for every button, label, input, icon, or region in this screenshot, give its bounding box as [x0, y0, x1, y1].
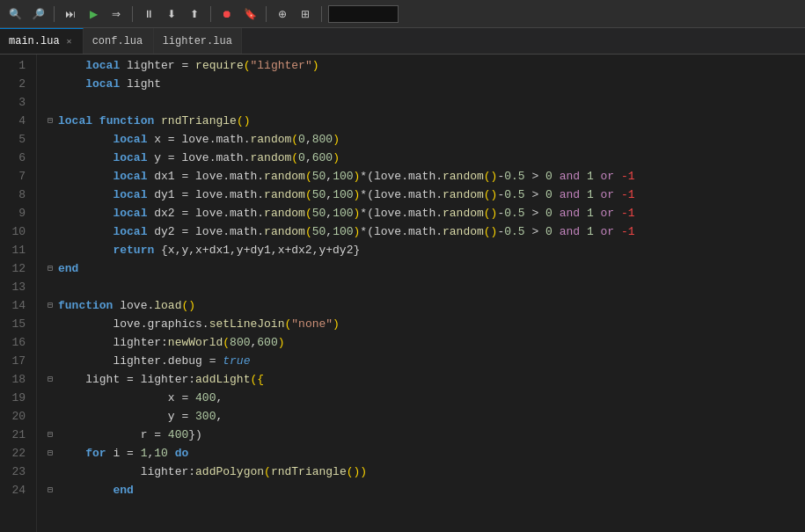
token-1-3 [188, 56, 195, 75]
tool1-btn[interactable]: ⊕ [273, 4, 292, 24]
token-8-8: 100 [333, 186, 353, 204]
fold-icon-13 [44, 281, 56, 294]
sep3 [210, 6, 211, 22]
token-20-3: 300 [195, 407, 216, 426]
token-22-2: = [127, 444, 134, 463]
line-number-17: 17 [7, 352, 26, 370]
token-2-1: light [120, 75, 161, 93]
token-17-3: true [223, 352, 250, 370]
tab-main-lua[interactable]: main.lua ✕ [0, 28, 84, 54]
token-5-1: x [147, 130, 167, 149]
token-15-3: "none" [291, 315, 333, 333]
line-number-6: 6 [7, 149, 26, 167]
token-22-1: i [106, 444, 127, 463]
indent-8 [58, 186, 113, 204]
token-5-2: = [168, 130, 175, 149]
token-9-11: love.math. [374, 204, 443, 222]
token-9-20 [553, 204, 560, 222]
sep4 [266, 6, 267, 22]
step-over-btn[interactable]: ⇒ [106, 4, 126, 24]
token-16-3: 800 [230, 333, 250, 352]
code-line-23: lighter:addPolygon(rndTriangle()) [44, 463, 805, 481]
fold-icon-21[interactable]: ⊟ [44, 429, 56, 441]
fold-icon-14[interactable]: ⊟ [44, 300, 56, 312]
play-btn[interactable]: ▶ [84, 4, 103, 24]
token-10-20 [553, 222, 560, 241]
tool2-btn[interactable]: ⊞ [296, 4, 315, 24]
token-10-6: 50 [312, 222, 326, 241]
line-number-9: 9 [7, 204, 26, 222]
token-23-0: lighter: [141, 463, 195, 481]
token-9-6: 50 [312, 204, 326, 222]
run-all-btn[interactable]: ⏭ [61, 4, 80, 24]
code-line-19: x = 400, [44, 389, 805, 407]
code-line-21: ⊟ r = 400}) [44, 426, 805, 444]
token-7-17: > [531, 167, 538, 186]
token-23-2: ( [264, 463, 271, 481]
token-5-4: random [250, 130, 291, 149]
token-9-4: random [264, 204, 305, 222]
token-18-4: ({ [250, 370, 264, 389]
code-line-16: lighter:newWorld(800,600) [44, 333, 805, 352]
fold-icon-4[interactable]: ⊟ [44, 115, 56, 128]
code-line-3 [44, 93, 805, 112]
line-numbers: 123456789101112131415161718192021222324 [0, 55, 37, 532]
token-8-22 [580, 186, 587, 204]
token-8-15: 0.5 [504, 186, 524, 204]
indent-18 [58, 370, 85, 389]
indent-2 [58, 75, 85, 93]
token-8-23: 1 [587, 186, 594, 204]
token-22-8: do [175, 444, 189, 463]
token-7-1: dx1 [147, 167, 181, 186]
search-btn[interactable]: 🔍 [5, 4, 25, 24]
token-10-23: 1 [587, 222, 594, 241]
code-line-1: local lighter = require("lighter") [44, 56, 805, 75]
token-4-5: () [237, 112, 251, 130]
token-16-6: ) [278, 333, 285, 352]
token-10-14: - [497, 222, 504, 241]
token-6-7: , [305, 149, 312, 167]
token-10-22 [580, 222, 587, 241]
fold-icon-18[interactable]: ⊟ [44, 374, 56, 386]
token-9-3: love.math. [188, 204, 264, 222]
token-16-5: 600 [257, 333, 277, 352]
step-into-btn[interactable]: ⬇ [162, 4, 181, 24]
tab-close-main[interactable]: ✕ [65, 35, 74, 47]
token-1-6: "lighter" [251, 56, 312, 75]
token-23-3: rndTriangle [271, 463, 347, 481]
tab-conf-lua[interactable]: conf.lua [84, 28, 154, 54]
pause-btn[interactable]: ⏸ [139, 4, 158, 24]
search2-btn[interactable]: 🔎 [28, 4, 48, 24]
token-9-17: > [531, 204, 538, 222]
step-out-btn[interactable]: ⬆ [185, 4, 204, 24]
sep2 [132, 6, 133, 22]
token-6-4: random [250, 149, 291, 167]
indent-16 [58, 333, 113, 352]
tab-lighter-lua[interactable]: lighter.lua [154, 28, 242, 54]
token-10-27: -1 [621, 222, 635, 241]
record-btn[interactable]: ⏺ [217, 4, 237, 24]
line-number-20: 20 [7, 407, 26, 426]
code-line-5: local x = love.math.random(0,800) [44, 130, 805, 149]
bookmark-btn[interactable]: 🔖 [240, 4, 260, 24]
token-8-21: and [560, 186, 580, 204]
tabs-bar: main.lua ✕ conf.lua lighter.lua [0, 28, 805, 55]
token-6-3: love.math. [175, 149, 251, 167]
token-9-22 [580, 204, 587, 222]
token-10-18 [538, 222, 545, 241]
token-9-16 [525, 204, 532, 222]
token-9-15: 0.5 [504, 204, 524, 222]
token-9-21: and [560, 204, 580, 222]
fold-icon-22[interactable]: ⊟ [44, 448, 56, 460]
token-8-1: dy1 [147, 186, 181, 204]
code-area[interactable]: local lighter = require("lighter") local… [37, 55, 805, 532]
fold-icon-24[interactable]: ⊟ [44, 485, 56, 497]
fold-icon-16 [44, 337, 56, 349]
fold-icon-12[interactable]: ⊟ [44, 263, 56, 275]
token-4-0: local [58, 112, 92, 130]
indent-23 [58, 463, 141, 481]
token-4-4: rndTriangle [161, 112, 237, 130]
token-7-6: 50 [312, 167, 326, 186]
search-input[interactable] [328, 5, 399, 23]
token-7-23: 1 [587, 167, 594, 186]
